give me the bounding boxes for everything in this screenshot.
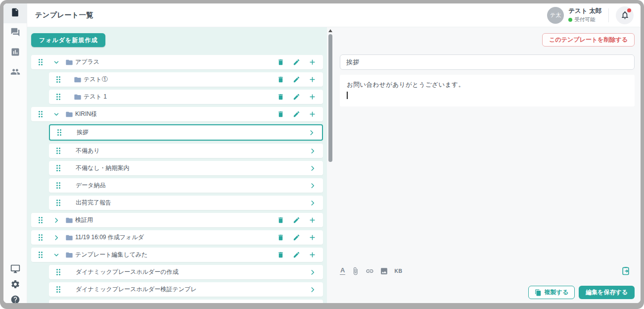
attachment-button[interactable] bbox=[351, 267, 360, 275]
template-title-input[interactable] bbox=[340, 54, 635, 70]
pencil-icon[interactable] bbox=[293, 234, 300, 241]
row-label: データ納品 bbox=[76, 181, 106, 190]
folder-row[interactable]: 検証用 bbox=[31, 213, 323, 227]
drag-handle[interactable] bbox=[56, 286, 61, 293]
plus-icon[interactable] bbox=[309, 93, 316, 101]
image-button[interactable] bbox=[380, 267, 388, 275]
row-label: 不備あり bbox=[76, 147, 100, 155]
drag-handle[interactable] bbox=[38, 216, 43, 224]
chevron-right-icon[interactable] bbox=[53, 217, 60, 224]
drag-handle[interactable] bbox=[56, 147, 61, 154]
sidebar-item-help[interactable] bbox=[3, 293, 27, 303]
delete-template-button[interactable]: このテンプレートを削除する bbox=[542, 33, 635, 47]
page-title: テンプレート一覧 bbox=[35, 11, 93, 20]
status-text: 受付可能 bbox=[574, 16, 595, 23]
template-row[interactable]: 挨拶 bbox=[49, 124, 323, 141]
sidebar-item-monitor[interactable] bbox=[3, 262, 27, 277]
notifications-button[interactable] bbox=[616, 6, 634, 24]
folder-row[interactable]: テスト① bbox=[49, 72, 323, 87]
pencil-icon[interactable] bbox=[293, 76, 300, 83]
chevron-right-icon[interactable] bbox=[309, 148, 316, 154]
template-row[interactable]: ダイナミックプレースホルダーの作成 bbox=[49, 265, 323, 279]
drag-handle[interactable] bbox=[38, 58, 43, 66]
folder-row[interactable]: テンプレート編集してみた bbox=[31, 248, 323, 262]
template-body-editor[interactable]: お問い合わせがありがとうございます。 bbox=[340, 75, 635, 106]
plus-icon[interactable] bbox=[309, 234, 316, 241]
sidebar-item-analytics[interactable] bbox=[3, 43, 27, 63]
kb-icon: KB bbox=[394, 268, 402, 274]
text-format-icon: A bbox=[340, 267, 345, 274]
sidebar-item-templates[interactable] bbox=[3, 3, 27, 23]
drag-handle[interactable] bbox=[56, 268, 61, 276]
plus-icon[interactable] bbox=[309, 110, 316, 118]
template-row[interactable]: 不備あり bbox=[49, 144, 323, 158]
sidebar-item-members[interactable] bbox=[3, 63, 27, 83]
avatar[interactable]: テ太 bbox=[547, 7, 564, 24]
folder-row[interactable]: 11/19 16:09 作成フォルダ bbox=[31, 230, 323, 245]
sidebar-item-settings[interactable] bbox=[3, 277, 27, 293]
row-label: テンプレート編集してみた bbox=[75, 251, 148, 259]
plus-icon[interactable] bbox=[309, 76, 316, 83]
trash-icon[interactable] bbox=[277, 76, 284, 83]
trash-icon[interactable] bbox=[277, 251, 284, 258]
pencil-icon[interactable] bbox=[293, 58, 300, 66]
editor-footer: 複製する 編集を保存する bbox=[340, 286, 635, 299]
link-button[interactable] bbox=[366, 267, 374, 275]
trash-icon[interactable] bbox=[277, 93, 284, 101]
pencil-icon[interactable] bbox=[293, 110, 300, 118]
duplicate-button[interactable]: 複製する bbox=[528, 286, 575, 299]
chevron-right-icon[interactable] bbox=[308, 129, 315, 136]
scrollbar-up-arrow[interactable] bbox=[328, 29, 332, 32]
chevron-down-icon[interactable] bbox=[53, 111, 60, 118]
user-name: テスト 太郎 bbox=[568, 7, 601, 15]
drag-handle[interactable] bbox=[38, 234, 43, 241]
drag-handle[interactable] bbox=[56, 93, 61, 101]
template-row[interactable]: データ納品 bbox=[49, 178, 323, 193]
chevron-right-icon[interactable] bbox=[53, 234, 60, 241]
folder-row[interactable]: テスト 1 bbox=[49, 90, 323, 104]
folder-row[interactable]: アプラス bbox=[31, 55, 323, 69]
pencil-icon[interactable] bbox=[293, 251, 300, 258]
help-icon bbox=[10, 295, 20, 304]
template-row[interactable]: 不備なし・納期案内 bbox=[49, 161, 323, 175]
plus-icon[interactable] bbox=[309, 58, 316, 66]
trash-icon[interactable] bbox=[277, 58, 284, 66]
text-format-button[interactable]: A bbox=[340, 267, 345, 274]
plus-icon[interactable] bbox=[309, 251, 316, 258]
document-icon bbox=[10, 7, 20, 19]
plus-icon[interactable] bbox=[309, 216, 316, 224]
editor-toolbar: A KB bbox=[340, 266, 635, 276]
drag-handle[interactable] bbox=[57, 129, 62, 136]
template-tree: アプラステスト①テスト 1KIRIN様挨拶不備あり不備なし・納期案内データ納品出… bbox=[31, 55, 323, 303]
trash-icon[interactable] bbox=[277, 234, 284, 241]
kb-button[interactable]: KB bbox=[394, 268, 402, 274]
pencil-icon[interactable] bbox=[293, 93, 300, 101]
scrollbar[interactable] bbox=[327, 27, 334, 303]
drag-handle[interactable] bbox=[56, 164, 61, 172]
trash-icon[interactable] bbox=[277, 110, 284, 118]
chevron-down-icon[interactable] bbox=[53, 252, 60, 258]
template-row[interactable]: ダイナミックプレースホルダー検証テンプレ bbox=[49, 282, 323, 297]
template-row[interactable] bbox=[49, 300, 323, 303]
chevron-right-icon[interactable] bbox=[309, 200, 316, 206]
chevron-right-icon[interactable] bbox=[309, 165, 316, 172]
new-folder-button[interactable]: フォルダを新規作成 bbox=[31, 33, 105, 47]
drag-handle[interactable] bbox=[38, 251, 43, 258]
folder-row[interactable]: KIRIN様 bbox=[31, 107, 323, 121]
save-edit-button[interactable]: 編集を保存する bbox=[579, 286, 635, 299]
template-row[interactable]: 出荷完了報告 bbox=[49, 196, 323, 210]
chevron-right-icon[interactable] bbox=[309, 286, 316, 293]
sidebar-item-chat[interactable] bbox=[3, 23, 27, 43]
row-label: テスト① bbox=[84, 75, 108, 84]
drag-handle[interactable] bbox=[56, 182, 61, 189]
drag-handle[interactable] bbox=[56, 76, 61, 83]
scrollbar-thumb[interactable] bbox=[328, 34, 332, 162]
clipboard-export-button[interactable] bbox=[621, 266, 631, 276]
trash-icon[interactable] bbox=[277, 216, 284, 224]
pencil-icon[interactable] bbox=[293, 216, 300, 224]
drag-handle[interactable] bbox=[56, 199, 61, 206]
chevron-right-icon[interactable] bbox=[309, 182, 316, 189]
chevron-down-icon[interactable] bbox=[53, 59, 60, 66]
chevron-right-icon[interactable] bbox=[309, 269, 316, 276]
drag-handle[interactable] bbox=[38, 110, 43, 118]
